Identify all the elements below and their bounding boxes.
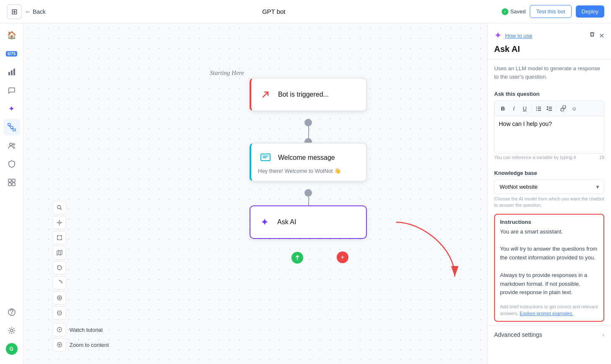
sidebar-item-messages[interactable]	[3, 82, 20, 99]
zoom-in-tool-button[interactable]	[53, 291, 66, 305]
format-ordered-list-button[interactable]	[544, 103, 554, 113]
format-bold-button[interactable]: B	[498, 103, 508, 113]
svg-point-7	[13, 144, 15, 145]
advanced-settings-row[interactable]: Advanced settings ›	[487, 325, 611, 344]
annotation-arrow	[388, 214, 472, 285]
knowledge-base-select-wrapper: WotNot website Custom knowledge base ▼	[494, 179, 604, 194]
trigger-node[interactable]: Bot is triggered...	[250, 78, 367, 111]
welcome-node-title: Welcome message	[278, 154, 335, 161]
panel-description-text: Uses an LLM model to generate a response…	[494, 64, 604, 81]
right-panel: ✦ How to use ✕ Ask AI Uses an LLM model …	[487, 23, 611, 364]
ask-question-section: Ask this question B I U ☺ How can	[487, 86, 611, 160]
panel-close-button[interactable]: ✕	[599, 32, 604, 40]
format-emoji-button[interactable]: ☺	[569, 103, 579, 113]
format-link-button[interactable]	[558, 103, 568, 113]
canvas-tools: Watch tutorial Zoom to content	[53, 201, 109, 351]
node-action-green-button[interactable]	[291, 252, 303, 264]
instructions-label: Instructions	[495, 215, 603, 228]
knowledge-base-select[interactable]: WotNot website Custom knowledge base	[494, 179, 604, 194]
zoom-out-tool-button[interactable]	[53, 306, 66, 320]
zoom-to-content-label: Zoom to content	[70, 342, 109, 348]
zoom-to-content-row[interactable]: Zoom to content	[53, 338, 109, 351]
redo-tool-button[interactable]	[53, 276, 66, 290]
question-text-input[interactable]: How can I help you?	[494, 116, 604, 154]
askai-node[interactable]: ✦ Ask AI	[250, 205, 367, 239]
instructions-textarea[interactable]: You are a smart assistant. You will try …	[495, 228, 603, 301]
format-unordered-list-button[interactable]	[534, 103, 544, 113]
undo-tool-button[interactable]	[53, 261, 66, 274]
svg-point-22	[536, 107, 537, 108]
saved-label: Saved	[510, 8, 526, 15]
search-tool-button[interactable]	[53, 201, 66, 214]
header: ⊞ ← Back GPT bot ✓ Saved Test this bot D…	[0, 0, 611, 23]
format-underline-button[interactable]: U	[520, 103, 530, 113]
starting-here-label: Starting Here	[210, 69, 244, 77]
question-text-content: How can I help you?	[499, 120, 552, 127]
deploy-button[interactable]: Deploy	[576, 5, 604, 18]
watch-tutorial-icon	[53, 323, 66, 336]
instructions-hint: Add brief instructions to get correct an…	[495, 301, 603, 321]
sidebar-item-help[interactable]	[3, 304, 20, 320]
sidebar-item-security[interactable]	[3, 156, 20, 172]
canvas[interactable]: Starting Here ↓ Bot is triggered... Welc…	[23, 23, 487, 364]
svg-rect-11	[12, 183, 15, 186]
explore-prompt-link[interactable]: Explore prompt examples.	[520, 311, 573, 316]
askai-node-icon: ✦	[257, 215, 272, 230]
advanced-settings-chevron-icon: ›	[602, 331, 604, 338]
test-this-bot-button[interactable]: Test this bot	[530, 5, 571, 18]
format-separator-1	[531, 105, 532, 112]
svg-rect-14	[261, 154, 270, 161]
map-tool-button[interactable]	[53, 246, 66, 259]
svg-rect-8	[8, 179, 11, 182]
svg-point-23	[536, 108, 537, 109]
welcome-node[interactable]: Welcome message Hey there! Welcome to Wo…	[250, 143, 367, 182]
sidebar-item-chart[interactable]	[3, 64, 20, 80]
connector-dot-3	[304, 189, 312, 197]
panel-header: ✦ How to use ✕	[487, 23, 611, 41]
format-italic-button[interactable]: I	[509, 103, 519, 113]
advanced-settings-label: Advanced settings	[494, 331, 542, 338]
sidebar-item-settings[interactable]	[3, 322, 20, 339]
welcome-node-header: Welcome message	[258, 150, 359, 165]
kb-hint-text: Choose the AI model from which you want …	[494, 196, 604, 209]
sidebar-item-users[interactable]	[3, 137, 20, 154]
knowledge-base-section: Knowledge base WotNot website Custom kno…	[487, 165, 611, 209]
svg-point-24	[536, 110, 537, 111]
panel-delete-button[interactable]	[589, 31, 596, 40]
node-action-add-button[interactable]: +	[337, 251, 348, 263]
svg-point-6	[10, 143, 12, 146]
welcome-node-icon	[258, 150, 273, 165]
panel-description: Uses an LLM model to generate a response…	[487, 59, 611, 81]
connector-line-1	[308, 126, 309, 139]
svg-point-13	[10, 329, 13, 332]
svg-point-17	[59, 222, 60, 223]
header-left: ⊞ ← Back	[7, 4, 46, 19]
back-label: Back	[33, 8, 46, 15]
back-button[interactable]: ← Back	[25, 8, 46, 15]
panel-title: Ask AI	[487, 41, 611, 59]
sidebar-item-plugins[interactable]	[3, 174, 20, 191]
sidebar-bottom: G	[3, 304, 20, 361]
svg-rect-1	[11, 70, 13, 75]
sidebar-item-avatar[interactable]: G	[3, 341, 20, 357]
format-separator-2	[556, 105, 557, 112]
expand-tool-button[interactable]	[53, 231, 66, 244]
askai-node-title: Ask AI	[277, 218, 296, 226]
instructions-box: Instructions You are a smart assistant. …	[494, 214, 604, 322]
how-to-use-link[interactable]: How to use	[505, 33, 532, 39]
watch-tutorial-row[interactable]: Watch tutorial	[53, 323, 109, 336]
sidebar-item-home[interactable]: 🏠	[3, 27, 20, 44]
sidebar-badge: 5/75	[6, 51, 17, 56]
back-arrow-icon: ←	[25, 8, 31, 15]
page-title: GPT bot	[262, 8, 286, 15]
sidebar: 🏠 5/75 ✦	[0, 23, 23, 364]
panel-magic-icon: ✦	[494, 30, 502, 41]
ask-question-label: Ask this question	[494, 91, 604, 97]
sidebar-item-flow[interactable]	[3, 119, 20, 136]
logo-icon: ⊞	[7, 4, 22, 19]
format-toolbar: B I U ☺	[494, 100, 604, 116]
svg-rect-9	[12, 179, 15, 182]
settings-tool-button[interactable]	[53, 216, 66, 229]
welcome-node-subtitle: Hey there! Welcome to WotNot 👋	[258, 168, 359, 174]
sidebar-item-ai[interactable]: ✦	[3, 100, 20, 117]
